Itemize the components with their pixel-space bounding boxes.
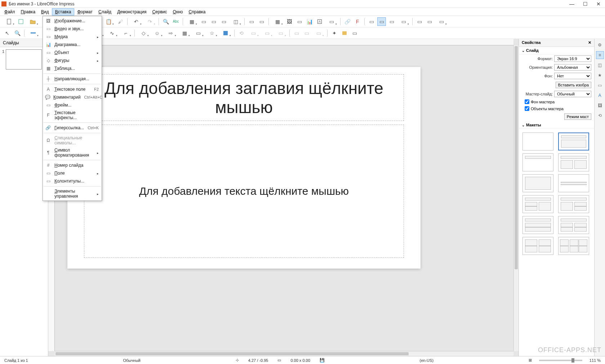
menu-item-media[interactable]: ▭Видео и звук... [43, 25, 102, 33]
insert-slide-button[interactable]: ▭ [367, 17, 376, 26]
views-button[interactable]: ◫ [230, 17, 242, 26]
menu-справка[interactable]: Справка [186, 9, 208, 15]
sidebar-settings-icon[interactable]: ⚙ [596, 41, 604, 49]
menu-правка[interactable]: Правка [18, 9, 39, 15]
sidebar-navigator-tab[interactable]: ⟲ [596, 112, 604, 120]
maximize-button[interactable]: ☐ [583, 1, 588, 7]
menu-item-item[interactable]: Элементы управления [43, 188, 102, 200]
basic-shapes-tool[interactable]: ◇ [137, 29, 150, 37]
symbol-shapes-tool[interactable]: ☺ [151, 29, 163, 37]
crop-tool[interactable]: ▭ [302, 29, 311, 37]
menu-item-slidenum[interactable]: #Номер слайда [43, 161, 102, 169]
fontwork-button[interactable]: ▭ [325, 17, 338, 26]
layout-2x2-right[interactable] [558, 195, 589, 213]
image-button[interactable]: 🖼 [285, 17, 294, 26]
minimize-button[interactable]: — [569, 1, 574, 7]
star-tool[interactable]: ☆ [206, 29, 218, 37]
filter-tool[interactable]: ▭ [312, 29, 325, 37]
distribute-tool[interactable]: ▭ [275, 29, 287, 37]
shadow-tool[interactable]: ▭ [292, 29, 301, 37]
format-select[interactable]: Экран 16:9 [554, 55, 591, 62]
undo-button[interactable]: ↶ [130, 17, 142, 26]
close-button[interactable]: ✕ [596, 1, 601, 7]
background-select[interactable]: Нет [554, 73, 591, 79]
grid-button[interactable]: ▦ [186, 17, 198, 26]
menu-слайд[interactable]: Слайд [95, 9, 114, 15]
menu-item-image[interactable]: 🖼Изображение... [43, 17, 102, 25]
horizontal-ruler[interactable] [55, 39, 513, 45]
special-char-button[interactable]: F [353, 17, 362, 26]
paste-button[interactable]: 📋 [102, 17, 115, 26]
layout-six-a[interactable] [522, 237, 553, 255]
arrange-tool[interactable]: ▭ [261, 29, 273, 37]
master-bg-checkbox[interactable] [525, 99, 529, 104]
menu-item-chart[interactable]: 📊Диаграмма... [43, 41, 102, 49]
spellcheck-button[interactable]: Abc [172, 17, 180, 26]
fit-page-button[interactable]: ⊞ [526, 358, 534, 363]
start-slideshow-button[interactable]: ▭ [247, 17, 256, 26]
status-language[interactable]: (en-US) [418, 358, 436, 363]
horizontal-scrollbar[interactable] [55, 351, 513, 356]
sidebar-master-tab[interactable]: ▭ [596, 81, 604, 89]
layout3-button[interactable]: ▭ [219, 17, 228, 26]
menu-item-textbox[interactable]: AТекстовое полеF2 [43, 85, 102, 93]
align-tool[interactable]: ▭ [247, 29, 259, 37]
menu-вид[interactable]: Вид [38, 9, 52, 15]
layout-blank[interactable] [522, 132, 553, 150]
zoom-value[interactable]: 111 % [587, 358, 603, 363]
orientation-select[interactable]: Альбомная [554, 64, 591, 71]
close-panel-icon[interactable]: ✕ [588, 40, 591, 45]
layout-2x2-left[interactable] [522, 195, 553, 213]
menu-item-headerfooter[interactable]: ▭Колонтитулы... [43, 177, 102, 185]
menu-item-mark[interactable]: ¶Символ форматирования [43, 147, 102, 159]
zoom-slider[interactable] [539, 360, 582, 361]
layout2-button[interactable]: ▭ [209, 17, 218, 26]
open-button[interactable] [27, 17, 39, 26]
points-tool[interactable]: ✦ [330, 29, 339, 37]
layout-two-rows[interactable] [522, 216, 553, 234]
title-placeholder[interactable]: Для добавления заглавия щёлкните мышью [84, 74, 404, 121]
menu-вставка[interactable]: Вставка [52, 8, 75, 15]
layout1-button[interactable]: ▭ [199, 17, 208, 26]
glue-tool[interactable] [340, 29, 349, 37]
line-color-button[interactable] [27, 29, 39, 37]
menu-item-guide[interactable]: ┼Направляющая... [43, 75, 102, 83]
menu-сервис[interactable]: Сервис [149, 9, 170, 15]
find-button[interactable]: 🔍 [161, 17, 170, 26]
template-button[interactable] [17, 17, 25, 26]
chart-button[interactable]: 📊 [305, 17, 314, 26]
menu-формат[interactable]: Формат [74, 9, 95, 15]
hyperlink-button[interactable]: 🔗 [343, 17, 352, 26]
sidebar-transitions-tab[interactable]: ◫ [596, 61, 604, 69]
sidebar-styles-tab[interactable]: A [596, 91, 604, 99]
curve-tool[interactable]: ∿ [106, 29, 118, 37]
select-tool[interactable]: ↖ [3, 29, 12, 37]
menu-item-table[interactable]: ▦Таблица... [43, 64, 102, 72]
slide-thumb[interactable]: 1 [0, 47, 48, 72]
extrusion-tool[interactable]: ▭ [350, 29, 359, 37]
layout-content[interactable] [522, 174, 553, 192]
menu-item-shape[interactable]: ◇Фигуры [43, 57, 102, 64]
layout-title-content[interactable] [558, 132, 589, 150]
slide-section-header[interactable]: Слайд [519, 47, 594, 54]
textbox-button[interactable]: A [315, 17, 324, 26]
new-button[interactable] [3, 17, 15, 26]
callout-tool[interactable]: ▭ [192, 29, 204, 37]
duplicate-slide-button[interactable]: ▭ [377, 17, 386, 26]
menu-item-comment[interactable]: 💬КомментарийCtrl+Alt+C [43, 93, 102, 101]
menu-item-object[interactable]: ▭Объект [43, 49, 102, 57]
layout-two-content[interactable] [558, 153, 589, 171]
3d-tool[interactable] [219, 29, 232, 37]
window2-button[interactable]: ▭ [425, 17, 434, 26]
status-save-icon[interactable]: 💾 [317, 358, 327, 363]
master-mode-button[interactable]: Режим маст [564, 113, 591, 120]
connector-tool[interactable]: ⌐ [120, 29, 132, 37]
delete-slide-button[interactable]: ▭ [387, 17, 396, 26]
table-button[interactable]: ▦ [271, 17, 284, 26]
slide-props-button[interactable]: ▭ [397, 17, 410, 26]
layout-title-only[interactable] [522, 153, 553, 171]
menu-item-fontwork[interactable]: FТекстовые эффекты... [43, 109, 102, 121]
redo-button[interactable]: ↷ [144, 17, 156, 26]
menu-окно[interactable]: Окно [170, 9, 186, 15]
layout-six-b[interactable] [558, 237, 589, 255]
